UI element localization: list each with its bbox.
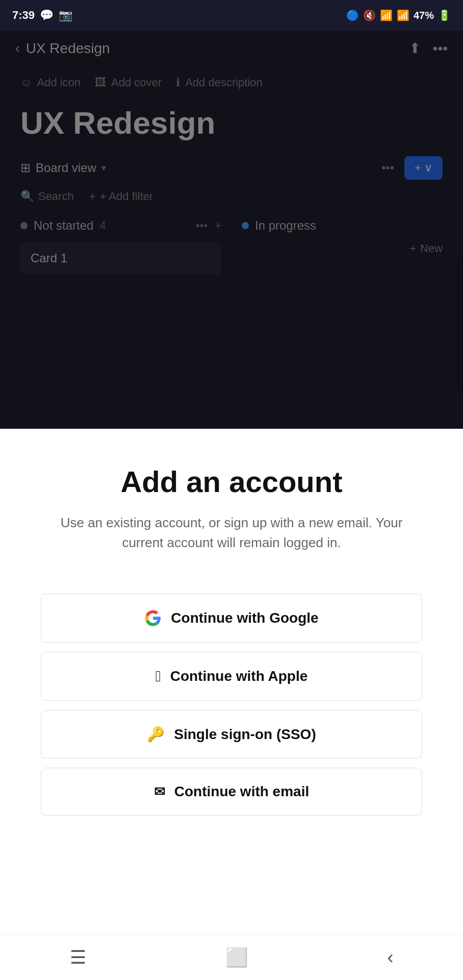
status-right: 🔵 🔇 📶 📶 47% 🔋 xyxy=(346,9,451,21)
google-icon xyxy=(144,609,162,627)
back-nav-icon[interactable]: ‹ xyxy=(388,947,394,968)
bluetooth-icon: 🔵 xyxy=(346,9,359,21)
sso-button[interactable]: 🔑 Single sign-on (SSO) xyxy=(41,710,422,758)
apple-icon:  xyxy=(156,668,161,685)
email-icon: ✉ xyxy=(154,784,165,800)
status-left: 7:39 💬 📷 xyxy=(12,9,72,22)
auth-buttons: Continue with Google  Continue with App… xyxy=(41,594,422,816)
modal-subtitle: Use an existing account, or sign up with… xyxy=(58,513,405,553)
google-button-label: Continue with Google xyxy=(171,610,318,626)
app-background: ‹ UX Redesign ⬆ ••• ☺ Add icon 🖼 Add cov… xyxy=(0,31,463,429)
battery-icon: 🔋 xyxy=(438,9,451,21)
time: 7:39 xyxy=(12,9,35,22)
messenger-icon: 💬 xyxy=(40,9,54,22)
sso-button-label: Single sign-on (SSO) xyxy=(174,726,316,743)
key-icon: 🔑 xyxy=(147,726,165,743)
add-account-modal: Add an account Use an existing account, … xyxy=(0,429,463,980)
status-bar: 7:39 💬 📷 🔵 🔇 📶 📶 47% 🔋 xyxy=(0,0,463,31)
continue-with-email-button[interactable]: ✉ Continue with email xyxy=(41,768,422,816)
wifi-icon: 📶 xyxy=(380,9,393,21)
apple-button-label: Continue with Apple xyxy=(170,668,308,684)
email-button-label: Continue with email xyxy=(174,783,309,800)
home-nav-icon[interactable]: ⬜ xyxy=(225,947,248,968)
mute-icon: 🔇 xyxy=(363,9,376,21)
continue-with-apple-button[interactable]:  Continue with Apple xyxy=(41,652,422,701)
signal-icon: 📶 xyxy=(397,9,409,21)
bottom-nav: ☰ ⬜ ‹ xyxy=(0,934,463,980)
modal-title: Add an account xyxy=(120,464,342,499)
camera-icon: 📷 xyxy=(59,9,72,22)
menu-nav-icon[interactable]: ☰ xyxy=(70,947,86,968)
battery-text: 47% xyxy=(414,10,434,21)
continue-with-google-button[interactable]: Continue with Google xyxy=(41,594,422,643)
modal-overlay xyxy=(0,31,463,429)
